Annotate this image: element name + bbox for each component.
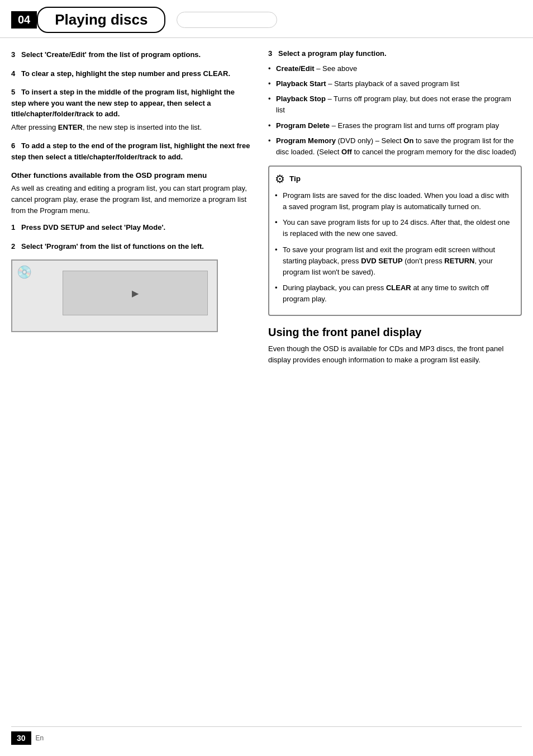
step-3-left: 3 Select 'Create/Edit' from the list of … xyxy=(11,49,251,60)
step-6-text: 6 To add a step to the end of the progra… xyxy=(11,140,251,162)
step-5-content: To insert a step in the middle of the pr… xyxy=(11,88,235,118)
osd-section-body: As well as creating and editing a progra… xyxy=(11,183,251,216)
step-2-label: 2 xyxy=(11,242,15,251)
osd-screenshot: 💿 ▶ xyxy=(11,259,218,332)
tip-item-1: Program lists are saved for the disc loa… xyxy=(275,190,513,212)
left-column: 3 Select 'Create/Edit' from the list of … xyxy=(11,49,251,366)
step-3-label: 3 xyxy=(11,50,15,59)
step-4: 4 To clear a step, highlight the step nu… xyxy=(11,68,251,79)
tip-item-2: You can save program lists for up to 24 … xyxy=(275,217,513,239)
step-1: 1 Press DVD SETUP and select 'Play Mode'… xyxy=(11,222,251,233)
step-6-content: To add a step to the end of the program … xyxy=(11,141,250,161)
right-column: 3 Select a program play function. Create… xyxy=(263,49,522,366)
program-functions-list: Create/Edit – See above Playback Start –… xyxy=(268,63,522,158)
step-5: 5 To insert a step in the middle of the … xyxy=(11,87,251,133)
step-1-content: Press DVD SETUP and select 'Play Mode'. xyxy=(21,223,165,231)
front-panel-body: Even though the OSD is available for CDs… xyxy=(268,343,522,366)
step-6: 6 To add a step to the end of the progra… xyxy=(11,140,251,162)
right-step-3-label: 3 xyxy=(268,49,272,58)
step-3-content: Select 'Create/Edit' from the list of pr… xyxy=(21,50,201,59)
content-wrapper: 3 Select 'Create/Edit' from the list of … xyxy=(0,38,533,377)
step-5-note: After pressing ENTER, the new step is in… xyxy=(11,122,251,133)
step-4-text: 4 To clear a step, highlight the step nu… xyxy=(11,68,251,79)
list-item-playback-stop: Playback Stop – Turns off program play, … xyxy=(268,93,522,116)
step-5-label: 5 xyxy=(11,88,15,96)
step-3-left-text: 3 Select 'Create/Edit' from the list of … xyxy=(11,49,251,60)
step-4-label: 4 xyxy=(11,69,15,78)
front-panel-title: Using the front panel display xyxy=(268,326,522,339)
page-footer: 30 En xyxy=(11,726,522,745)
step-2-content: Select 'Program' from the list of functi… xyxy=(21,242,204,251)
chapter-badge: 04 xyxy=(11,11,37,29)
page-title: Playing discs xyxy=(37,7,165,33)
right-step-3: 3 Select a program play function. xyxy=(268,49,522,58)
step-5-text: 5 To insert a step in the middle of the … xyxy=(11,87,251,120)
page-header: 04 Playing discs xyxy=(0,0,533,38)
right-step-3-text: Select a program play function. xyxy=(278,49,387,58)
step-4-content: To clear a step, highlight the step numb… xyxy=(21,69,230,78)
list-item-program-delete: Program Delete – Erases the program list… xyxy=(268,120,522,131)
step-2: 2 Select 'Program' from the list of func… xyxy=(11,241,251,252)
disc-icon: 💿 xyxy=(17,265,32,280)
step-1-text: 1 Press DVD SETUP and select 'Play Mode'… xyxy=(11,222,251,233)
list-item-create-edit: Create/Edit – See above xyxy=(268,63,522,74)
osd-arrow-icon: ▶ xyxy=(132,288,139,299)
list-item-program-memory: Program Memory (DVD only) – Select On to… xyxy=(268,135,522,158)
page-lang: En xyxy=(36,734,44,742)
step-2-text: 2 Select 'Program' from the list of func… xyxy=(11,241,251,252)
tip-item-3: To save your program list and exit the p… xyxy=(275,244,513,278)
osd-inner-panel: ▶ xyxy=(63,271,208,315)
header-right-pill xyxy=(177,12,277,28)
tip-list: Program lists are saved for the disc loa… xyxy=(275,190,513,305)
tip-label: Tip xyxy=(289,174,301,183)
step-1-label: 1 xyxy=(11,223,15,231)
page-number: 30 xyxy=(11,731,31,745)
tip-icon: ⚙ xyxy=(275,172,285,186)
list-item-playback-start: Playback Start – Starts playback of a sa… xyxy=(268,78,522,89)
tip-item-4: During playback, you can press CLEAR at … xyxy=(275,282,513,305)
tip-box: ⚙ Tip Program lists are saved for the di… xyxy=(268,166,522,316)
tip-header: ⚙ Tip xyxy=(275,172,513,186)
osd-section-heading: Other functions available from the OSD p… xyxy=(11,171,251,179)
step-6-label: 6 xyxy=(11,141,15,150)
